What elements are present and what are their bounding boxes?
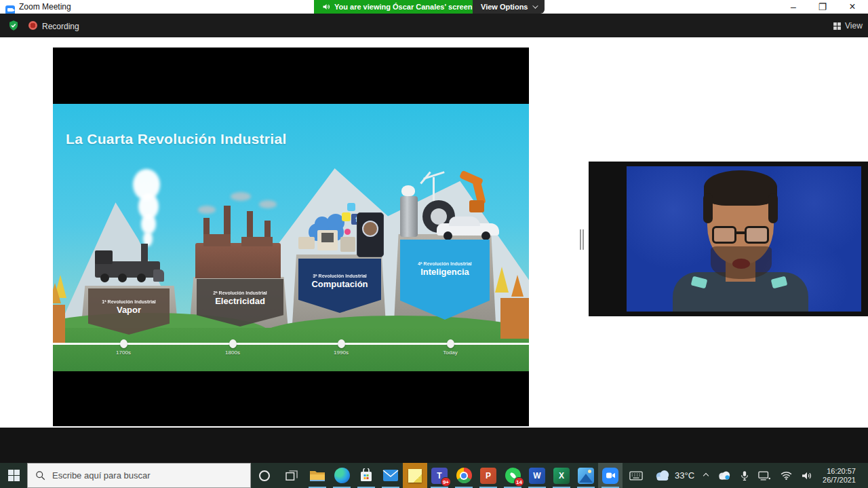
taskbar-app-sticky-notes[interactable]: [403, 463, 427, 488]
start-button[interactable]: [0, 463, 27, 488]
meeting-info-bar: Recording View: [0, 14, 868, 37]
word-icon: W: [529, 468, 545, 484]
sticky-notes-icon: [408, 469, 422, 483]
taskbar-app-excel[interactable]: X: [549, 463, 574, 488]
temperature-label: 33°C: [675, 470, 694, 481]
taskbar-app-photos[interactable]: [574, 463, 598, 488]
zoom-taskbar-icon: [602, 468, 618, 484]
restore-button[interactable]: ❐: [812, 0, 833, 14]
era4-ordinal: 4ª Revolución Industrial: [418, 261, 472, 266]
photos-icon: [578, 468, 594, 484]
taskbar-app-zoom[interactable]: [598, 463, 623, 488]
dribbble-icon: [344, 229, 351, 235]
participant-video-tile[interactable]: [589, 162, 868, 316]
whatsapp-badge: 14: [514, 477, 524, 487]
timeline-year-1: 1700s: [103, 350, 144, 356]
gallery-view-button[interactable]: View: [833, 21, 863, 31]
weather-cloud-icon: [654, 470, 671, 481]
wifi-tray-icon[interactable]: [776, 463, 797, 488]
chrome-icon: [456, 468, 472, 483]
volume-tray-icon[interactable]: [797, 463, 817, 488]
recording-indicator-icon[interactable]: [28, 21, 37, 30]
participant-video-feed: [627, 166, 861, 312]
person-hair-side-right: [768, 193, 778, 223]
tree-right-2: [511, 275, 524, 297]
window-title-bar: Zoom Meeting You are viewing Óscar Canal…: [0, 0, 868, 14]
taskbar-app-teams[interactable]: T 9+: [427, 463, 452, 488]
era4-name: Inteligencia: [420, 267, 469, 277]
taskbar-clock[interactable]: 16:20:57 26/7/2021: [817, 467, 861, 485]
viewing-screen-text: You are viewing Óscar Canales' screen: [334, 3, 473, 11]
era1-ordinal: 1ª Revolución Industrial: [102, 299, 156, 304]
teams-badge: 9+: [441, 477, 451, 487]
slide-title: La Cuarta Revolución Industrial: [66, 131, 287, 147]
era2-ordinal: 2ª Revolución Industrial: [213, 290, 267, 295]
edge-icon: [334, 468, 350, 483]
taskbar-search-input[interactable]: Escribe aquí para buscar: [27, 463, 251, 488]
taskbar-app-whatsapp[interactable]: 14: [500, 463, 525, 488]
chevron-down-icon: [533, 3, 538, 8]
windows-taskbar: Escribe aquí para buscar T 9+: [0, 463, 868, 488]
minimize-button[interactable]: –: [783, 0, 804, 14]
tree-left-2: [53, 283, 61, 303]
cortana-button[interactable]: [251, 463, 278, 488]
microphone-tray-icon[interactable]: [736, 463, 753, 488]
presentation-slide: La Cuarta Revolución Industrial: [53, 104, 529, 371]
keyboard-icon: [629, 471, 643, 481]
task-view-button[interactable]: [278, 463, 305, 488]
zoom-meeting-window: Zoom Meeting You are viewing Óscar Canal…: [0, 0, 868, 488]
timeline-year-4: Today: [430, 350, 471, 356]
shared-screen-area: La Cuarta Revolución Industrial: [53, 48, 529, 426]
security-shield-icon[interactable]: [8, 20, 19, 31]
close-button[interactable]: ×: [842, 0, 863, 14]
taskbar-app-powerpoint[interactable]: P: [476, 463, 500, 488]
taskbar-app-microsoft-store[interactable]: [354, 463, 378, 488]
task-view-icon: [285, 470, 298, 481]
weather-widget[interactable]: 33°C: [650, 463, 699, 488]
era2-name: Electricidad: [215, 296, 265, 306]
glasses-left-lens: [712, 226, 736, 244]
timeline-dot-today: [447, 339, 454, 348]
era3-name: Computación: [311, 279, 368, 289]
viewing-screen-banner: You are viewing Óscar Canales' screen: [314, 0, 481, 14]
timeline-dot-1700s: [120, 339, 127, 348]
display-cast-tray-icon[interactable]: [753, 463, 776, 488]
taskbar-app-word[interactable]: W: [525, 463, 549, 488]
era1-name: Vapor: [117, 305, 141, 315]
search-placeholder: Escribe aquí para buscar: [52, 470, 151, 481]
clock-time: 16:20:57: [823, 467, 856, 476]
timeline-dot-1800s: [229, 339, 237, 348]
file-explorer-icon: [309, 469, 326, 483]
taskbar-app-mail[interactable]: [378, 463, 403, 488]
view-button-label: View: [845, 21, 863, 31]
mail-icon: [382, 469, 399, 482]
twitter-icon: [347, 203, 355, 211]
einstein-figure: [401, 185, 415, 196]
tray-overflow-button[interactable]: [699, 463, 713, 488]
timeline-dot-1990s: [338, 339, 345, 348]
touch-keyboard-button[interactable]: [623, 463, 650, 488]
microsoft-store-icon: [359, 468, 373, 483]
grid-view-icon: [833, 22, 842, 31]
taskbar-app-edge[interactable]: [330, 463, 354, 488]
person-hair-side-left: [703, 193, 713, 223]
snapchat-icon: [342, 212, 351, 221]
video-panel-drag-handle[interactable]: [580, 229, 585, 250]
taskbar-app-file-explorer[interactable]: [305, 463, 330, 488]
speaker-icon: [322, 3, 330, 11]
tree-right: [495, 267, 509, 293]
timeline-year-2: 1800s: [212, 350, 253, 356]
glasses-bridge: [735, 231, 746, 234]
action-center-button[interactable]: 3: [861, 463, 868, 488]
system-tray: 33°C 16:20:57 26/7/2021: [650, 463, 868, 488]
meeting-controls-bar: Unmute Start Video 163 Participants Chat: [0, 428, 868, 463]
taskbar-app-chrome[interactable]: [452, 463, 476, 488]
glasses-right-lens: [745, 226, 769, 244]
view-options-button[interactable]: View Options: [473, 0, 545, 14]
onedrive-tray-icon[interactable]: [713, 463, 736, 488]
soil-right: [500, 298, 529, 339]
chevron-up-icon: [703, 472, 709, 478]
person-hair: [704, 170, 777, 206]
era3-ordinal: 3ª Revolución Industrial: [313, 274, 367, 278]
person-mouth: [732, 259, 750, 269]
